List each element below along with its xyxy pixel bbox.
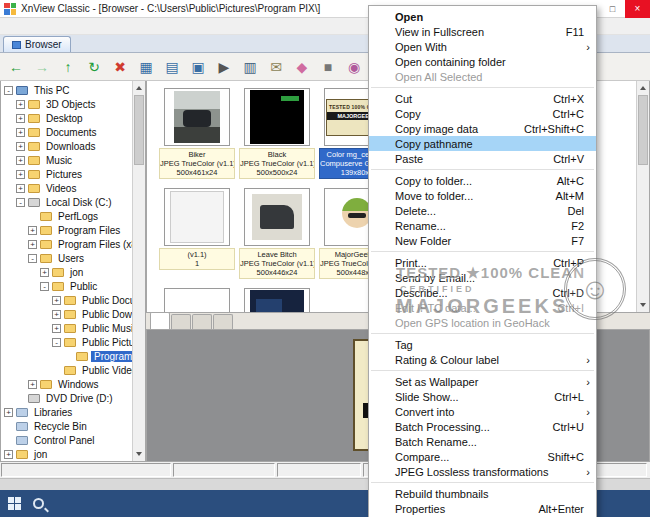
- menubar-item-edit[interactable]: [16, 18, 32, 34]
- toolbar-print-button[interactable]: ▥: [238, 55, 262, 79]
- tree-item-libraries[interactable]: +Libraries: [1, 405, 132, 419]
- thumbnail-biker[interactable]: BikerJPEG TrueColor (v1.1)500x461x24: [157, 86, 237, 186]
- tree-item-public-downloa[interactable]: +Public Downloa...: [1, 307, 132, 321]
- thumbnail-item[interactable]: (v1.1)1: [157, 186, 237, 286]
- menu-item-rename[interactable]: Rename...F2: [369, 218, 596, 233]
- scroll-up-icon[interactable]: [637, 81, 649, 94]
- menu-item-open-with[interactable]: Open With›: [369, 39, 596, 54]
- tree-expander-icon[interactable]: +: [16, 100, 25, 109]
- menu-item-batch-processing[interactable]: Batch Processing...Ctrl+U: [369, 419, 596, 434]
- toolbar-view-thumbnails-button[interactable]: ▦: [134, 55, 158, 79]
- tree-expander-icon[interactable]: -: [52, 338, 61, 347]
- thumbnail-black[interactable]: BlackJPEG TrueColor (v1.1)500x500x24: [237, 86, 317, 186]
- tree-expander-icon[interactable]: +: [16, 142, 25, 151]
- tree-item-documents[interactable]: +Documents: [1, 125, 132, 139]
- tree-item-videos[interactable]: +Videos: [1, 181, 132, 195]
- tree-expander-icon[interactable]: +: [40, 268, 49, 277]
- menubar-item-info[interactable]: [96, 18, 112, 34]
- menu-item-print[interactable]: Print...Ctrl+P: [369, 255, 596, 270]
- tree-expander-icon[interactable]: -: [40, 282, 49, 291]
- menubar-item-tools[interactable]: [48, 18, 64, 34]
- menu-item-compare[interactable]: Compare...Shift+C: [369, 449, 596, 464]
- tree-expander-icon[interactable]: -: [4, 86, 13, 95]
- toolbar-tag-button[interactable]: ◆: [290, 55, 314, 79]
- panel-tab-preview[interactable]: [150, 312, 170, 329]
- tree-expander-icon[interactable]: +: [4, 408, 13, 417]
- tab-browser[interactable]: Browser: [3, 36, 71, 52]
- tree-expander-icon[interactable]: +: [52, 296, 61, 305]
- tree-expander-icon[interactable]: +: [16, 156, 25, 165]
- menu-item-convert-into[interactable]: Convert into›: [369, 404, 596, 419]
- menu-item-tag[interactable]: Tag: [369, 337, 596, 352]
- tree-item-program-files-x86[interactable]: +Program Files (x86): [1, 237, 132, 251]
- tree-expander-icon[interactable]: +: [16, 170, 25, 179]
- scroll-up-icon[interactable]: [133, 81, 145, 94]
- menu-item-view-in-fullscreen[interactable]: View in FullscreenF11: [369, 24, 596, 39]
- toolbar-camera-button[interactable]: ◉: [342, 55, 366, 79]
- tree-item-public-pictures[interactable]: -Public Pictures: [1, 335, 132, 349]
- tree-item-this-pc[interactable]: -This PC: [1, 83, 132, 97]
- menubar-item-view[interactable]: [32, 18, 48, 34]
- menu-item-copy-pathname[interactable]: Copy pathname: [369, 136, 596, 151]
- menu-item-move-to-folder[interactable]: Move to folder...Alt+M: [369, 188, 596, 203]
- tree-item-dvd-drive-d[interactable]: DVD Drive (D:): [1, 391, 132, 405]
- tree-item-pictures[interactable]: +Pictures: [1, 167, 132, 181]
- tree-item-control-panel[interactable]: Control Panel: [1, 433, 132, 447]
- tree-item-public-music[interactable]: +Public Music: [1, 321, 132, 335]
- toolbar-view-details-button[interactable]: ▤: [160, 55, 184, 79]
- toolbar-back-button[interactable]: ←: [4, 55, 28, 79]
- taskbar-search-icon[interactable]: [33, 498, 44, 509]
- scrollbar-thumb[interactable]: [134, 95, 144, 165]
- menu-item-set-as-wallpaper[interactable]: Set as Wallpaper›: [369, 374, 596, 389]
- tree-item-public-docume[interactable]: +Public Docume...: [1, 293, 132, 307]
- thumbnail-leave-bitch[interactable]: Leave BitchJPEG TrueColor (v1.1)500x446x…: [237, 186, 317, 286]
- toolbar-film-button[interactable]: ■: [316, 55, 340, 79]
- toolbar-fullscreen-button[interactable]: ▣: [186, 55, 210, 79]
- tree-item-public[interactable]: -Public: [1, 279, 132, 293]
- close-button[interactable]: ×: [625, 0, 650, 18]
- toolbar-delete-button[interactable]: ✖: [108, 55, 132, 79]
- toolbar-forward-button[interactable]: →: [30, 55, 54, 79]
- tree-item-recycle-bin[interactable]: Recycle Bin: [1, 419, 132, 433]
- menubar-item-create[interactable]: [64, 18, 80, 34]
- tree-item-program-files[interactable]: +Program Files: [1, 223, 132, 237]
- menu-item-copy[interactable]: CopyCtrl+C: [369, 106, 596, 121]
- tree-item-local-disk-c[interactable]: -Local Disk (C:): [1, 195, 132, 209]
- menu-item-batch-rename[interactable]: Batch Rename...: [369, 434, 596, 449]
- menu-item-open-all-selected[interactable]: Open All Selected: [369, 69, 596, 84]
- menu-item-paste[interactable]: PasteCtrl+V: [369, 151, 596, 166]
- menu-item-cut[interactable]: CutCtrl+X: [369, 91, 596, 106]
- tree-item-users[interactable]: -Users: [1, 251, 132, 265]
- thumbnail-scrollbar[interactable]: [636, 81, 649, 312]
- scrollbar-thumb[interactable]: [638, 95, 648, 165]
- scroll-down-icon[interactable]: [637, 299, 649, 312]
- thumbnail-top[interactable]: top(v1.1)1: [237, 286, 317, 312]
- tree-expander-icon[interactable]: +: [16, 114, 25, 123]
- menu-item-open[interactable]: Open: [369, 9, 596, 24]
- tree-expander-icon[interactable]: +: [52, 324, 61, 333]
- tree-expander-icon[interactable]: +: [28, 226, 37, 235]
- tree-item-downloads[interactable]: +Downloads: [1, 139, 132, 153]
- menu-item-delete[interactable]: Delete...Del: [369, 203, 596, 218]
- menu-item-properties[interactable]: PropertiesAlt+Enter: [369, 501, 596, 516]
- menu-item-open-gps-location-in-geohack[interactable]: Open GPS location in GeoHack: [369, 315, 596, 330]
- menubar-item-window[interactable]: [80, 18, 96, 34]
- tree-expander-icon[interactable]: +: [16, 184, 25, 193]
- tree-item-program-pix[interactable]: Program PIX: [1, 349, 132, 363]
- menu-item-slide-show[interactable]: Slide Show...Ctrl+L: [369, 389, 596, 404]
- tree-item-music[interactable]: +Music: [1, 153, 132, 167]
- tree-expander-icon[interactable]: -: [16, 198, 25, 207]
- tree-expander-icon[interactable]: +: [16, 128, 25, 137]
- tree-item-jon[interactable]: +jon: [1, 447, 132, 461]
- toolbar-slideshow-button[interactable]: ▶: [212, 55, 236, 79]
- thumbnail-item[interactable]: [157, 286, 237, 312]
- toolbar-up-button[interactable]: ↑: [56, 55, 80, 79]
- toolbar-refresh-button[interactable]: ↻: [82, 55, 106, 79]
- tree-item-windows[interactable]: +Windows: [1, 377, 132, 391]
- tree-item-3d-objects[interactable]: +3D Objects: [1, 97, 132, 111]
- menu-item-edit-iptc-data[interactable]: Edit IPTC data...Ctrl+I: [369, 300, 596, 315]
- menu-item-copy-to-folder[interactable]: Copy to folder...Alt+C: [369, 173, 596, 188]
- menu-item-rebuild-thumbnails[interactable]: Rebuild thumbnails: [369, 486, 596, 501]
- menu-item-copy-image-data[interactable]: Copy image dataCtrl+Shift+C: [369, 121, 596, 136]
- menubar-item-file[interactable]: [0, 18, 16, 34]
